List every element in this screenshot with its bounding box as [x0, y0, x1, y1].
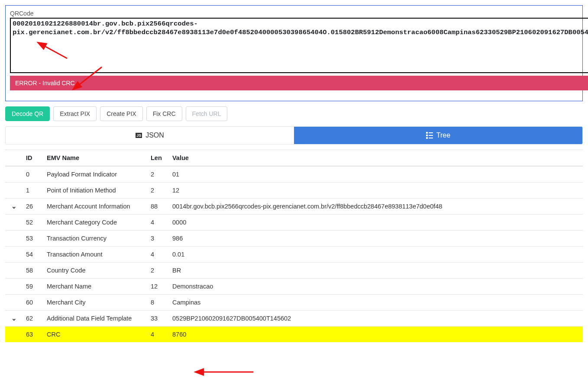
- cell-name: Merchant City: [43, 295, 147, 311]
- table-row: 63CRC48760: [5, 327, 583, 343]
- cell-value: 986: [169, 231, 583, 247]
- table-row: 59Merchant Name12Demonstracao: [5, 279, 583, 295]
- error-text: ERROR - Invalid CRC: [15, 80, 75, 87]
- cell-id: 26: [23, 199, 43, 215]
- extract-pix-button[interactable]: Extract PIX: [53, 106, 97, 121]
- expand-cell: [5, 279, 23, 295]
- cell-value: 01: [169, 166, 583, 183]
- chevron-down-icon[interactable]: ⌄: [11, 315, 17, 322]
- cell-name: Merchant Name: [43, 279, 147, 295]
- table-wrap: ID EMV Name Len Value 0Payload Format In…: [0, 144, 588, 342]
- qrcode-textarea[interactable]: 00020101021226880014br.gov.bcb.pix2566qr…: [10, 18, 588, 73]
- th-expand: [5, 150, 23, 167]
- cell-value: 0.01: [169, 247, 583, 263]
- qr-input-column: QRCode 00020101021226880014br.gov.bcb.pi…: [10, 10, 588, 96]
- table-row: ⌄26Merchant Account Information880014br.…: [5, 199, 583, 215]
- cell-len: 4: [147, 327, 169, 343]
- cell-value: BR: [169, 263, 583, 279]
- cell-name: Transaction Currency: [43, 231, 147, 247]
- table-row: 58Country Code2BR: [5, 263, 583, 279]
- button-row: Decode QR Extract PIX Create PIX Fix CRC…: [0, 106, 588, 126]
- cell-id: 0: [23, 166, 43, 183]
- table-row: 54Transaction Amount40.01: [5, 247, 583, 263]
- tab-json-label: JSON: [145, 131, 164, 139]
- cell-name: Country Code: [43, 263, 147, 279]
- cell-id: 62: [23, 311, 43, 327]
- fix-crc-button[interactable]: Fix CRC: [146, 106, 182, 121]
- emv-table: ID EMV Name Len Value 0Payload Format In…: [5, 150, 583, 342]
- cell-value: 0014br.gov.bcb.pix2566qrcodes-pix.gerenc…: [169, 199, 583, 215]
- cell-name: Merchant Account Information: [43, 199, 147, 215]
- cell-len: 3: [147, 231, 169, 247]
- cell-value: 0529BP210602091627DB005400T145602: [169, 311, 583, 327]
- expand-cell: [5, 295, 23, 311]
- expand-cell: [5, 247, 23, 263]
- cell-id: 1: [23, 183, 43, 199]
- tree-icon: [426, 132, 433, 139]
- cell-name: Transaction Amount: [43, 247, 147, 263]
- cell-value: Demonstracao: [169, 279, 583, 295]
- decode-qr-button[interactable]: Decode QR: [5, 106, 50, 121]
- cell-len: 88: [147, 199, 169, 215]
- cell-name: Merchant Category Code: [43, 215, 147, 231]
- table-header-row: ID EMV Name Len Value: [5, 150, 583, 167]
- tab-tree[interactable]: Tree: [294, 127, 582, 144]
- cell-len: 2: [147, 263, 169, 279]
- cell-len: 8: [147, 295, 169, 311]
- th-len: Len: [147, 150, 169, 167]
- cell-len: 2: [147, 183, 169, 199]
- top-panel: QRCode 00020101021226880014br.gov.bcb.pi…: [5, 5, 583, 101]
- cell-name: Additional Data Field Template: [43, 311, 147, 327]
- cell-name: Payload Format Indicator: [43, 166, 147, 183]
- expand-cell: [5, 327, 23, 343]
- th-name: EMV Name: [43, 150, 147, 167]
- expand-cell: [5, 215, 23, 231]
- cell-id: 60: [23, 295, 43, 311]
- th-value: Value: [169, 150, 583, 167]
- cell-id: 63: [23, 327, 43, 343]
- table-row: 60Merchant City8Campinas: [5, 295, 583, 311]
- cell-id: 58: [23, 263, 43, 279]
- cell-value: Campinas: [169, 295, 583, 311]
- tab-tree-label: Tree: [436, 131, 450, 139]
- json-icon: JS: [136, 133, 142, 138]
- table-row: 0Payload Format Indicator201: [5, 166, 583, 183]
- error-bar: ERROR - Invalid CRC ▴ ▾: [10, 76, 588, 90]
- cell-name: Point of Initiation Method: [43, 183, 147, 199]
- chevron-down-icon[interactable]: ⌄: [11, 203, 17, 210]
- create-pix-button[interactable]: Create PIX: [100, 106, 142, 121]
- table-row: 53Transaction Currency3986: [5, 231, 583, 247]
- cell-len: 12: [147, 279, 169, 295]
- expand-cell: [5, 263, 23, 279]
- cell-id: 59: [23, 279, 43, 295]
- table-row: ⌄62Additional Data Field Template330529B…: [5, 311, 583, 327]
- expand-cell: [5, 183, 23, 199]
- table-row: 52Merchant Category Code40000: [5, 215, 583, 231]
- cell-len: 4: [147, 215, 169, 231]
- cell-len: 33: [147, 311, 169, 327]
- expand-cell: [5, 166, 23, 183]
- expand-cell: [5, 231, 23, 247]
- cell-len: 2: [147, 166, 169, 183]
- cell-id: 52: [23, 215, 43, 231]
- tab-json[interactable]: JS JSON: [6, 127, 294, 144]
- qrcode-label: QRCode: [10, 10, 588, 17]
- th-id: ID: [23, 150, 43, 167]
- cell-value: 8760: [169, 327, 583, 343]
- cell-value: 0000: [169, 215, 583, 231]
- fetch-url-button[interactable]: Fetch URL: [186, 106, 228, 121]
- table-row: 1Point of Initiation Method212: [5, 183, 583, 199]
- view-tabs: JS JSON Tree: [5, 126, 583, 144]
- cell-len: 4: [147, 247, 169, 263]
- cell-id: 53: [23, 231, 43, 247]
- cell-id: 54: [23, 247, 43, 263]
- cell-name: CRC: [43, 327, 147, 343]
- cell-value: 12: [169, 183, 583, 199]
